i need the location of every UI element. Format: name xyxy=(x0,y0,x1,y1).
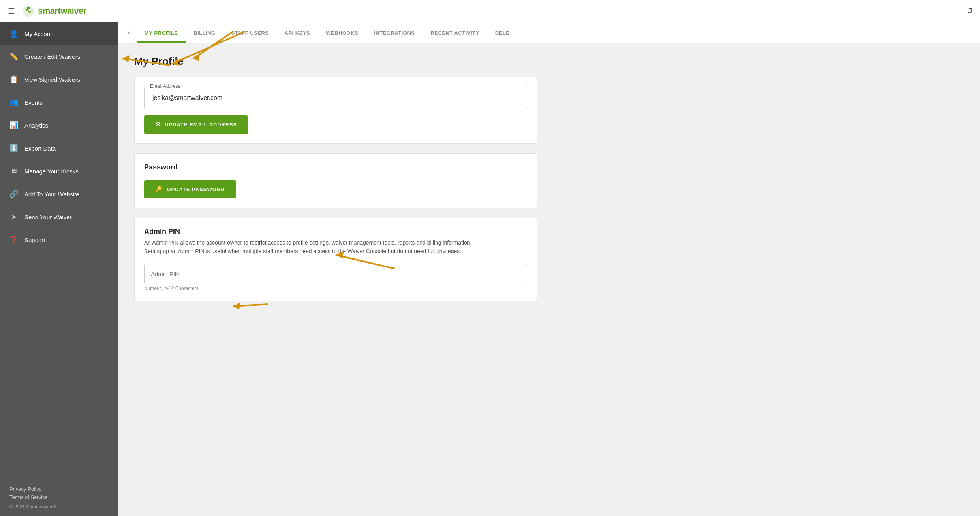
link-icon: 🔗 xyxy=(9,190,18,198)
tab-staff-users[interactable]: STAFF USERS xyxy=(223,23,277,43)
email-section: Email Address ✉ UPDATE EMAIL ADDRESS xyxy=(134,77,537,144)
sidebar-label-support: Support xyxy=(24,237,45,243)
email-input-wrapper: Email Address xyxy=(144,87,527,109)
sidebar-label-view-signed-waivers: View Signed Waivers xyxy=(24,76,80,83)
sidebar-label-events: Events xyxy=(24,99,43,106)
key-icon: 🔑 xyxy=(155,186,163,193)
sidebar-label-my-account: My Account xyxy=(24,30,55,37)
tab-integrations[interactable]: INTEGRATIONS xyxy=(366,23,422,43)
sidebar-item-view-signed-waivers[interactable]: 📋 View Signed Waivers xyxy=(0,68,118,91)
svg-point-1 xyxy=(27,6,30,9)
tab-recent-activity[interactable]: RECENT ACTIVITY xyxy=(423,23,487,43)
list-icon: 📋 xyxy=(9,75,18,84)
privacy-policy-link[interactable]: Privacy Policy xyxy=(9,486,109,492)
content-area: ‹ MY PROFILEBILLINGSTAFF USERSAPI KEYSWE… xyxy=(118,22,980,516)
main-layout: 👤 My Account ✏️ Create / Edit Waivers 📋 … xyxy=(0,22,980,516)
sidebar-label-add-to-website: Add To Your Website xyxy=(24,191,79,198)
question-icon: ❓ xyxy=(9,235,18,244)
people-icon: 👥 xyxy=(9,98,18,107)
sidebar-label-create-edit-waivers: Create / Edit Waivers xyxy=(24,53,80,60)
sidebar-item-support[interactable]: ❓ Support xyxy=(0,228,118,251)
email-icon: ✉ xyxy=(155,121,161,128)
kiosk-icon: 🖥 xyxy=(9,167,18,175)
sidebar-label-analytics: Analytics xyxy=(24,122,48,129)
sidebar-copyright: © 2021 Smartwaiver® xyxy=(9,504,109,510)
sidebar: 👤 My Account ✏️ Create / Edit Waivers 📋 … xyxy=(0,22,118,516)
logo-text: smartwaiver xyxy=(38,6,86,16)
password-section: Password 🔑 UPDATE PASSWORD xyxy=(134,153,537,208)
sidebar-label-export-data: Export Data xyxy=(24,145,56,152)
update-password-button[interactable]: 🔑 UPDATE PASSWORD xyxy=(144,180,236,198)
logo: smartwaiver xyxy=(22,5,86,17)
bar-chart-icon: 📊 xyxy=(9,121,18,130)
logo-icon xyxy=(22,5,35,17)
sidebar-item-events[interactable]: 👥 Events xyxy=(0,91,118,114)
tab-dele[interactable]: DELE xyxy=(487,23,518,43)
person-icon: 👤 xyxy=(9,29,18,38)
tab-api-keys[interactable]: API KEYS xyxy=(277,23,318,43)
admin-pin-description: An Admin PIN allows the account owner to… xyxy=(144,238,527,256)
sidebar-item-my-account[interactable]: 👤 My Account xyxy=(0,22,118,45)
tab-my-profile[interactable]: MY PROFILE xyxy=(137,23,186,43)
page-content: My Profile Email Address ✉ UPDATE EMAIL … xyxy=(118,43,553,322)
admin-pin-title: Admin PIN xyxy=(144,228,527,236)
update-email-button[interactable]: ✉ UPDATE EMAIL ADDRESS xyxy=(144,115,248,134)
sidebar-item-send-waiver[interactable]: ➤ Send Your Waiver xyxy=(0,205,118,228)
top-header: ☰ smartwaiver J xyxy=(0,0,980,22)
password-section-title: Password xyxy=(144,163,527,171)
admin-pin-section: Admin PIN An Admin PIN allows the accoun… xyxy=(134,218,537,301)
admin-pin-hint: Numeric, 4-12 Characters xyxy=(144,286,527,291)
email-field-label: Email Address xyxy=(148,83,182,89)
update-email-label: UPDATE EMAIL ADDRESS xyxy=(165,122,237,128)
tabs-bar: ‹ MY PROFILEBILLINGSTAFF USERSAPI KEYSWE… xyxy=(118,22,980,43)
send-icon: ➤ xyxy=(9,213,18,221)
hamburger-menu-icon[interactable]: ☰ xyxy=(8,6,15,16)
user-avatar[interactable]: J xyxy=(968,6,972,15)
sidebar-item-export-data[interactable]: ⬇️ Export Data xyxy=(0,137,118,160)
admin-pin-input[interactable] xyxy=(144,264,527,284)
tab-back-button[interactable]: ‹ xyxy=(126,22,132,43)
tab-webhooks[interactable]: WEBHOOKS xyxy=(318,23,366,43)
terms-of-service-link[interactable]: Terms of Service xyxy=(9,494,109,500)
sidebar-item-manage-kiosks[interactable]: 🖥 Manage Your Kiosks xyxy=(0,160,118,183)
sidebar-item-create-edit-waivers[interactable]: ✏️ Create / Edit Waivers xyxy=(0,45,118,68)
page-title: My Profile xyxy=(134,55,537,68)
edit-icon: ✏️ xyxy=(9,52,18,61)
sidebar-item-analytics[interactable]: 📊 Analytics xyxy=(0,114,118,137)
update-password-label: UPDATE PASSWORD xyxy=(167,186,225,192)
sidebar-label-manage-kiosks: Manage Your Kiosks xyxy=(24,168,79,175)
email-input[interactable] xyxy=(148,89,524,107)
sidebar-item-add-to-website[interactable]: 🔗 Add To Your Website xyxy=(0,183,118,205)
sidebar-footer: Privacy Policy Terms of Service © 2021 S… xyxy=(0,480,118,516)
sidebar-label-send-waiver: Send Your Waiver xyxy=(24,214,72,220)
tab-billing[interactable]: BILLING xyxy=(186,23,223,43)
header-left: ☰ smartwaiver xyxy=(8,5,86,17)
download-icon: ⬇️ xyxy=(9,144,18,153)
